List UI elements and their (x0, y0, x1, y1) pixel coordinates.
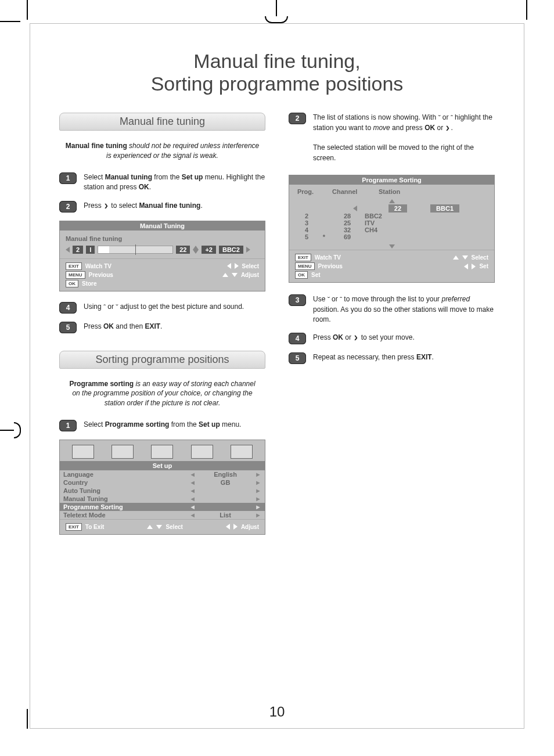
sort-row: 228BBC2 (295, 213, 488, 219)
setup-row: Country◄GB► (60, 478, 265, 487)
step-badge: 1 (59, 420, 77, 431)
osd-title: Manual Tuning (60, 221, 265, 231)
setup-row: Teletext Mode◄List► (60, 511, 265, 519)
step-badge: 2 (289, 113, 306, 124)
sort-highlight-row: 22 BBC1 (353, 204, 459, 213)
sort-row: 432CH4 (295, 226, 488, 233)
arrow-right-icon (235, 263, 239, 269)
osd-subtitle: Manual fine tuning (66, 235, 259, 242)
arrow-left-icon (226, 524, 230, 530)
step-badge: 5 (289, 352, 306, 364)
title-line2: Sorting programme positions (151, 73, 404, 95)
sort-step-5: 5 Repeat as necessary, then press EXIT. (289, 352, 495, 364)
section-head-manual-tuning: Manual fine tuning (59, 113, 265, 131)
step-5: 5 Press OK and then EXIT. (59, 322, 265, 333)
arrow-down-icon (193, 250, 199, 254)
channel-value: 22 (176, 246, 190, 254)
chevron-down-icon: ˇ (328, 296, 330, 303)
offset-value: +2 (202, 246, 216, 254)
chevron-right-icon: ❭ (103, 202, 109, 209)
arrow-down-icon (462, 255, 468, 260)
page-number: 10 (30, 704, 524, 720)
arrow-up-icon (147, 525, 153, 529)
manual-page: Manual fine tuning, Sorting programme po… (30, 23, 524, 729)
sort-columns: Prog. Channel Station (289, 185, 494, 197)
arrow-up-icon (389, 199, 395, 203)
osd-programme-sorting: Programme Sorting Prog. Channel Station … (289, 175, 495, 283)
sort-step-3: 3 Use ˇ or ˆ to move through the list to… (289, 294, 495, 325)
osd-footer: EXITTo Exit Select Adjust (60, 519, 265, 534)
setup-row: Programme Sorting◄► (60, 503, 265, 511)
arrow-down-icon (389, 244, 395, 249)
osd-title: Set up (60, 461, 265, 470)
page-title: Manual fine tuning, Sorting programme po… (59, 50, 495, 95)
left-column: Manual fine tuning Manual fine tuning sh… (59, 113, 265, 545)
arrow-right-icon (472, 264, 476, 269)
step-badge: 4 (289, 333, 306, 344)
arrow-left-icon (464, 264, 468, 269)
sort-step-2: 2 The list of stations is now showing. W… (289, 113, 495, 163)
step-2: 2 Press ❭ to select Manual fine tuning. (59, 201, 265, 213)
sound-icon (111, 445, 134, 459)
arrow-right-icon (233, 524, 238, 530)
hl-station: BBC1 (430, 204, 459, 213)
step-badge: 4 (59, 302, 77, 314)
osd-manual-tuning: Manual Tuning Manual fine tuning 2 I 22 … (59, 221, 265, 291)
station-name: BBC2 (219, 246, 243, 254)
chevron-down-icon: ˇ (116, 303, 118, 310)
step-1: 1 Select Manual tuning from the Set up m… (59, 172, 265, 193)
arrow-left-icon (66, 247, 70, 253)
tune-row: 2 I 22 +2 BBC2 (66, 246, 259, 254)
arrow-down-icon (232, 273, 238, 277)
tune-bar (98, 246, 173, 254)
arrow-up-icon (193, 246, 199, 250)
section-head-sorting: Sorting programme positions (59, 351, 265, 369)
timer-icon (191, 445, 213, 459)
chevron-up-icon: ˆ (451, 114, 453, 121)
intro-manual-tuning: Manual fine tuning should not be require… (65, 141, 260, 161)
arrow-left-icon (227, 263, 231, 269)
sort-step-4: 4 Press OK or ❭ to set your move. (289, 333, 495, 344)
chevron-down-icon: ˇ (438, 114, 440, 121)
sort-rows: 228BBC2325ITV432CH45*69 (289, 213, 494, 243)
feature-icon (151, 445, 173, 459)
osd-footer: EXITWatch TV Select MENUPrevious Adjust … (60, 258, 265, 291)
sort-row: 325ITV (295, 219, 488, 226)
step-4: 4 Using ˆ or ˇ adjust to get the best pi… (59, 302, 265, 314)
prog-value: 2 (73, 246, 83, 254)
setup-row: Language◄English► (60, 470, 265, 478)
sort-step-1: 1 Select Programme sorting from the Set … (59, 420, 265, 431)
chevron-up-icon: ˆ (340, 296, 342, 303)
step-badge: 2 (59, 201, 77, 213)
system-value: I (86, 246, 95, 254)
arrow-down-icon (156, 525, 162, 529)
chevron-right-icon: ❭ (353, 334, 359, 341)
osd-icon-row (60, 440, 265, 461)
intro-sorting: Programme sorting is an easy way of stor… (65, 379, 260, 408)
arrow-left-icon (353, 206, 357, 211)
right-column: 2 The list of stations is now showing. W… (289, 113, 495, 545)
arrow-up-icon (453, 255, 459, 260)
title-line1: Manual fine tuning, (193, 50, 360, 72)
step-badge: 3 (289, 294, 306, 306)
columns: Manual fine tuning Manual fine tuning sh… (59, 113, 495, 545)
step-badge: 1 (59, 172, 77, 184)
arrow-up-icon (222, 273, 228, 277)
setup-row: Manual Tuning◄► (60, 495, 265, 503)
osd-title: Programme Sorting (289, 175, 494, 185)
osd-footer: EXITWatch TV Select MENUPrevious Set OKS… (289, 250, 494, 282)
setup-row: Auto Tuning◄► (60, 487, 265, 495)
picture-icon (72, 445, 94, 459)
chevron-right-icon: ❭ (445, 124, 451, 131)
hl-channel: 22 (388, 204, 407, 213)
setup-table: Language◄English►Country◄GB►Auto Tuning◄… (60, 470, 265, 519)
setup-icon (231, 445, 253, 459)
arrow-right-icon (246, 247, 250, 253)
osd-setup: Set up Language◄English►Country◄GB►Auto … (59, 440, 265, 535)
sort-row: 5*69 (295, 233, 488, 240)
step-badge: 5 (59, 322, 77, 333)
chevron-up-icon: ˆ (103, 303, 106, 310)
